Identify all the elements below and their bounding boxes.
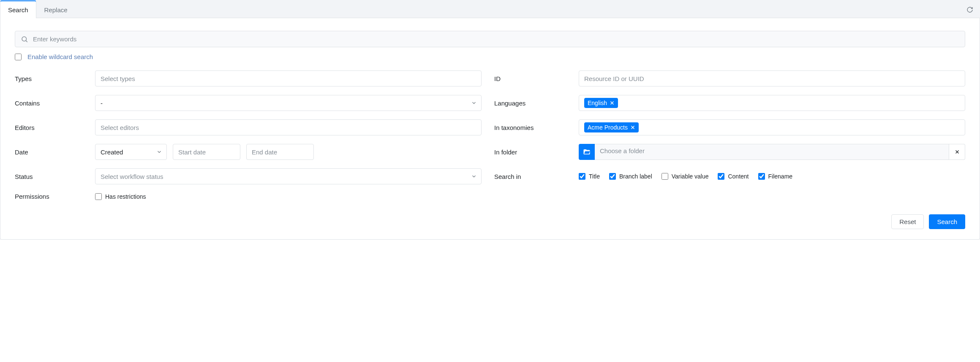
search-in-variable[interactable]: Variable value: [662, 173, 709, 180]
label-id: ID: [494, 75, 566, 82]
taxonomies-select[interactable]: Acme Products: [579, 119, 965, 135]
label-permissions: Permissions: [15, 193, 82, 200]
label-editors: Editors: [15, 124, 82, 131]
refresh-icon[interactable]: [966, 6, 973, 13]
folder-open-icon: [583, 148, 591, 156]
tab-replace[interactable]: Replace: [36, 1, 76, 18]
search-panel: Enable wildcard search Types Select type…: [0, 18, 980, 240]
chevron-down-icon: [471, 173, 477, 179]
wildcard-label: Enable wildcard search: [27, 53, 93, 60]
search-icon: [21, 35, 28, 43]
status-select[interactable]: Select workflow status: [95, 168, 482, 184]
permissions-has-restrictions[interactable]: Has restrictions: [95, 193, 146, 200]
label-status: Status: [15, 173, 82, 180]
wildcard-checkbox[interactable]: [15, 54, 22, 60]
svg-point-0: [22, 37, 27, 41]
folder-browse-button[interactable]: [579, 144, 595, 160]
label-contains: Contains: [15, 100, 82, 107]
id-input[interactable]: [579, 70, 965, 86]
search-in-branch[interactable]: Branch label: [609, 173, 652, 180]
label-languages: Languages: [494, 100, 566, 107]
search-in-filename[interactable]: Filename: [758, 173, 793, 180]
tab-search[interactable]: Search: [0, 0, 36, 18]
close-icon[interactable]: [630, 125, 635, 130]
keywords-input[interactable]: [15, 31, 965, 47]
tabs-bar: Search Replace: [0, 0, 980, 18]
language-chip[interactable]: English: [584, 98, 618, 108]
start-date-input[interactable]: [173, 144, 240, 160]
search-in-title[interactable]: Title: [579, 173, 600, 180]
close-icon[interactable]: [610, 100, 615, 105]
contains-select[interactable]: -: [95, 95, 482, 111]
svg-line-1: [26, 41, 27, 42]
label-in-folder: In folder: [494, 149, 566, 156]
types-select[interactable]: Select types: [95, 70, 482, 86]
languages-select[interactable]: English: [579, 95, 965, 111]
taxonomy-chip[interactable]: Acme Products: [584, 122, 639, 132]
keywords-field: [15, 31, 965, 47]
permissions-group: Has restrictions: [95, 193, 482, 200]
editors-select[interactable]: Select editors: [95, 119, 482, 135]
label-types: Types: [15, 75, 82, 82]
label-taxonomies: In taxonomies: [494, 124, 566, 131]
search-button[interactable]: Search: [929, 214, 965, 229]
end-date-input[interactable]: [246, 144, 314, 160]
folder-clear-button[interactable]: [949, 144, 965, 160]
chevron-down-icon: [471, 100, 477, 106]
search-in-content[interactable]: Content: [718, 173, 749, 180]
folder-input[interactable]: Choose a folder: [595, 144, 949, 160]
date-type-select[interactable]: Created: [95, 144, 167, 160]
chevron-down-icon: [156, 149, 162, 155]
folder-row: Choose a folder: [579, 144, 965, 160]
label-date: Date: [15, 149, 82, 156]
date-row: Created: [95, 144, 482, 160]
label-search-in: Search in: [494, 173, 566, 180]
reset-button[interactable]: Reset: [891, 214, 924, 229]
search-in-group: Title Branch label Variable value Conten…: [579, 173, 965, 180]
